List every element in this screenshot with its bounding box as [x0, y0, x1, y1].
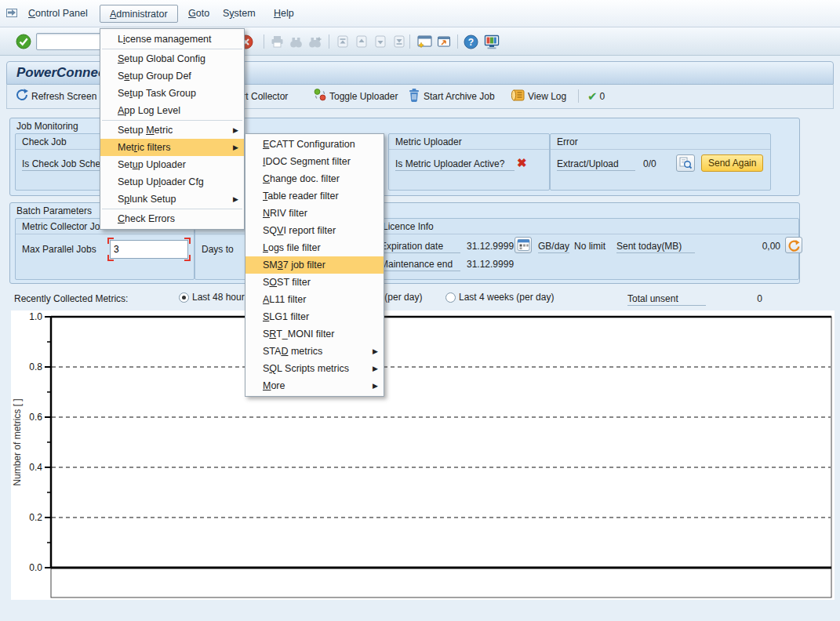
refresh-icon — [15, 88, 29, 104]
menu-item-setup-uploader[interactable]: Setup Uploader — [100, 156, 244, 173]
menubar-item-help[interactable]: Help — [267, 5, 300, 23]
menu-item-slg1-filter[interactable]: SLG1 filter — [245, 308, 384, 325]
total-unsent-value: 0 — [747, 293, 762, 304]
recent-metrics-label: Recently Collected Metrics: — [14, 293, 128, 304]
submenu-arrow-icon: ▶ — [373, 343, 378, 360]
refresh-screen-button[interactable]: Refresh Screen — [15, 85, 96, 107]
y-axis-title: Number of metrics [ ] — [12, 398, 23, 485]
expiration-date-value: 31.12.9999 — [467, 241, 514, 252]
menu-item-setup-task-group[interactable]: Setup Task Group — [100, 85, 244, 102]
menu-item-check-errors[interactable]: Check Errors — [100, 210, 244, 227]
sent-today-label: Sent today(MB) — [616, 241, 695, 253]
sap-window: Control PanelAdministratorGotoSystemHelp — [0, 0, 840, 621]
menu-item-sost-filter[interactable]: SOST filter — [245, 274, 384, 291]
refresh-arrow-icon — [787, 239, 800, 252]
menu-item-idoc-segment-filter[interactable]: IDOC Segment filter — [245, 153, 384, 170]
calendar-button[interactable] — [515, 237, 532, 253]
total-unsent-label: Total unsent — [627, 293, 706, 306]
menubar-item-goto[interactable]: Goto — [182, 5, 216, 23]
trash-icon — [407, 88, 421, 105]
start-archive-job-button[interactable]: Start Archive Job — [407, 85, 495, 107]
toggle-uploader-button[interactable]: Toggle Uploader — [313, 85, 398, 107]
menu-item-more[interactable]: More▶ — [245, 377, 384, 394]
create-shortcut-icon[interactable] — [436, 34, 452, 49]
chart-canvas: 0.00.20.40.60.81.0Number of metrics [ ] — [11, 310, 835, 600]
menu-item-sql-scripts-metrics[interactable]: SQL Scripts metrics▶ — [245, 360, 384, 377]
subpanel-header: Error — [551, 134, 770, 150]
y-tick-label: 0.4 — [29, 462, 42, 473]
administrator-menu: License managementSetup Global ConfigSet… — [100, 28, 245, 230]
error-cross-icon: ✖ — [517, 156, 527, 170]
menu-item-sm37-job-filter[interactable]: SM37 job filter — [245, 256, 384, 274]
metric-uploader-subpanel: Metric Uploader Is Metric Uploader Activ… — [388, 133, 550, 191]
svg-text:?: ? — [467, 36, 473, 47]
menu-item-splunk-setup[interactable]: Splunk Setup▶ — [100, 191, 244, 208]
y-tick-label: 0.2 — [29, 512, 42, 523]
maintenance-end-value: 31.12.9999 — [467, 259, 514, 270]
menubar-item-administrator[interactable]: Administrator — [100, 5, 178, 23]
menu-item-sqvi-report-filter[interactable]: SQVI report filter — [245, 222, 384, 239]
submenu-arrow-icon: ▶ — [233, 122, 238, 139]
menu-item-setup-metric[interactable]: Setup Metric▶ — [100, 122, 244, 139]
radio-icon — [179, 292, 189, 303]
menu-item-metric-filters[interactable]: Metric filters▶ — [100, 139, 244, 156]
window-menu-icon[interactable] — [5, 6, 20, 21]
send-again-button[interactable]: Send Again — [701, 154, 763, 172]
view-log-button[interactable]: View Log — [511, 85, 566, 107]
menu-item-setup-uploader-cfg[interactable]: Setup Uploader Cfg — [100, 173, 244, 191]
max-parallel-jobs-label: Max Parallel Jobs — [22, 244, 96, 255]
submenu-arrow-icon: ▶ — [373, 377, 378, 394]
help-icon[interactable]: ? — [463, 34, 478, 49]
radio-icon — [445, 292, 456, 303]
max-parallel-jobs-input[interactable] — [110, 240, 188, 259]
menu-item-al11-filter[interactable]: AL11 filter — [245, 291, 384, 308]
menu-separator — [102, 49, 242, 49]
menu-item-table-reader-filter[interactable]: Table reader filter — [245, 187, 384, 205]
toolbar-separator — [457, 34, 458, 49]
next-page-icon[interactable] — [373, 34, 388, 49]
y-tick-label: 1.0 — [29, 311, 42, 322]
menu-item-change-doc-filter[interactable]: Change doc. filter — [245, 170, 384, 187]
gb-day-label: GB/day — [538, 241, 569, 253]
menu-item-nriv-filter[interactable]: NRIV filter — [245, 205, 384, 222]
print-icon[interactable] — [269, 34, 285, 49]
error-details-button[interactable] — [676, 154, 695, 172]
extract-upload-value: 0/0 — [643, 158, 656, 169]
submenu-arrow-icon: ▶ — [373, 360, 378, 377]
find-icon[interactable] — [288, 34, 304, 49]
previous-page-icon[interactable] — [354, 34, 369, 49]
menu-item-ecatt-configuration[interactable]: ECATT Configuration — [245, 136, 384, 153]
find-next-icon[interactable] — [307, 34, 322, 49]
metric-uploader-field-label: Is Metric Uploader Active? — [395, 158, 515, 171]
selected-field-frame — [110, 240, 188, 259]
last-page-icon[interactable] — [391, 34, 407, 49]
radio-last-48-hours[interactable]: Last 48 hours — [179, 292, 249, 303]
customize-layout-icon[interactable] — [483, 34, 500, 49]
status-ok-count[interactable]: ✔ 0 — [587, 85, 605, 107]
menu-item-app-log-level[interactable]: App Log Level — [100, 102, 244, 119]
submenu-arrow-icon: ▶ — [233, 139, 238, 156]
menu-item-license-management[interactable]: License management — [100, 31, 244, 48]
menu-item-stad-metrics[interactable]: STAD metrics▶ — [245, 343, 384, 360]
menubar-item-system[interactable]: System — [216, 5, 262, 23]
extract-upload-label: Extract/Upload — [557, 158, 635, 171]
menu-item-logs-file-filter[interactable]: Logs file filter — [245, 239, 384, 256]
toggle-uploader-icon — [313, 88, 327, 104]
enter-button[interactable] — [16, 34, 31, 49]
panel-title: Batch Parameters — [16, 205, 92, 216]
recent-metrics-bar: Recently Collected Metrics: Last 48 hour… — [9, 290, 800, 309]
menu-item-srt-moni-filter[interactable]: SRT_MONI filter — [245, 325, 384, 343]
toolbar-separator — [409, 34, 410, 49]
subpanel-header: Metric Uploader — [389, 134, 549, 150]
calendar-icon — [517, 238, 530, 252]
refresh-sent-button[interactable] — [785, 237, 802, 253]
menu-item-setup-global-config[interactable]: Setup Global Config — [100, 50, 244, 67]
y-tick-label: 0.8 — [29, 361, 42, 372]
new-session-icon[interactable] — [416, 34, 434, 49]
first-page-icon[interactable] — [335, 34, 351, 49]
menu-item-setup-group-def[interactable]: Setup Group Def — [100, 67, 244, 85]
menubar-item-control-panel[interactable]: Control Panel — [22, 5, 94, 23]
y-tick-label: 0.0 — [29, 562, 42, 573]
radio-last-4-weeks-per-day[interactable]: Last 4 weeks (per day) — [445, 292, 554, 303]
menu-separator — [102, 209, 242, 209]
